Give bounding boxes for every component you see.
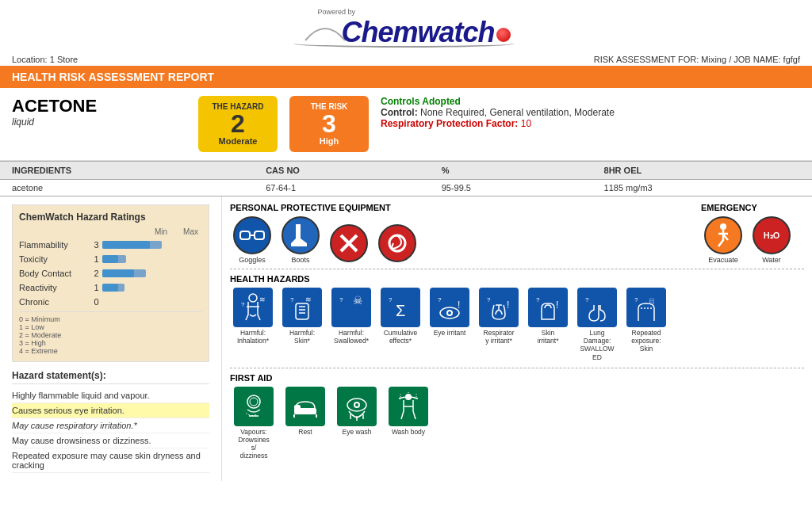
- ppe-swirl: [375, 224, 419, 264]
- fa-rest: Rest: [282, 387, 329, 460]
- header: Powered by Chemwatch Location: 1 Store R…: [0, 0, 812, 66]
- svg-point-22: [448, 311, 451, 315]
- hazard-statement-item: Repeated exposure may cause skin dryness…: [12, 448, 209, 473]
- repeated-icon: ? ⌸: [626, 288, 666, 327]
- hh-repeated-label: Repeatedexposure:Skin: [623, 329, 669, 353]
- emergency-icons: Evacuate H₂O Water: [701, 216, 804, 264]
- hazard-statement-item: Highly flammable liquid and vapour.: [12, 388, 209, 403]
- swallowed-icon: ? ☠: [331, 288, 371, 327]
- ingredient-oel: 1185 mg/m3: [592, 180, 812, 196]
- hazard-statement-item: Causes serious eye irritation.: [12, 403, 209, 418]
- hazard-statement-item: May cause respiratory irritation.*: [12, 418, 209, 433]
- col-ingredients: INGREDIENTS: [0, 162, 254, 180]
- evacuate-label: Evacuate: [701, 256, 745, 264]
- svg-text:?: ?: [241, 301, 245, 308]
- emergency-title: EMERGENCY: [701, 203, 804, 212]
- svg-text:Σ: Σ: [396, 302, 405, 319]
- controls-title: Controls Adopted: [381, 96, 800, 107]
- ingredient-name: acetone: [0, 180, 254, 196]
- svg-point-7: [389, 235, 405, 251]
- hh-skin-irritant-label: Skinirritant*: [525, 329, 571, 345]
- legend-item: 3 = High: [19, 339, 202, 347]
- svg-text:!: !: [556, 299, 558, 311]
- svg-line-3: [239, 234, 240, 235]
- eye-icon: ? !: [430, 288, 469, 327]
- svg-text:!: !: [458, 299, 460, 311]
- hazard-ratings-title: ChemWatch Hazard Ratings: [19, 212, 202, 223]
- legend-item: 1 = Low: [19, 323, 202, 331]
- col-percent: %: [430, 162, 592, 180]
- rating-label: Toxicity: [19, 254, 90, 264]
- hazard-number: 2: [210, 111, 266, 136]
- risk-desc: High: [301, 136, 357, 146]
- water-label: Water: [749, 256, 794, 264]
- rating-row: Body Contact 2: [19, 268, 202, 279]
- hazard-statement-item: May cause drowsiness or dizziness.: [12, 433, 209, 448]
- risk-assessment-info: RISK ASSESSMENT FOR: Mixing / JOB NAME: …: [594, 55, 800, 64]
- controls-block: Controls Adopted Control: None Required,…: [381, 96, 800, 129]
- cumulative-icon: ? Σ: [381, 288, 420, 327]
- rpf-detail: Respiratory Protection Factor: 10: [381, 118, 800, 129]
- water-icon-block: H₂O Water: [749, 216, 794, 264]
- goggles-icon: [233, 216, 271, 254]
- ppe-icons: Goggles Boots: [230, 216, 689, 264]
- health-hazards-title: HEALTH HAZARDS: [230, 274, 804, 284]
- svg-point-9: [249, 294, 257, 302]
- logo-text: Chemwatch: [341, 16, 494, 49]
- report-banner: HEALTH RISK ASSESSMENT REPORT: [0, 66, 812, 88]
- divider-1: [230, 269, 804, 269]
- ingredient-percent: 95-99.5: [430, 180, 592, 196]
- goggles-label: Goggles: [230, 256, 274, 264]
- water-icon: H₂O: [753, 216, 791, 254]
- ppe-no-smoking: [327, 224, 371, 264]
- location: Location: 1 Store: [12, 55, 78, 64]
- fa-eyewash: Eye wash: [333, 387, 381, 460]
- rating-row: Flammability 3: [19, 239, 202, 250]
- legend-box: 0 = Minimum1 = Low2 = Moderate3 = High4 …: [19, 311, 202, 355]
- legend-item: 4 = Extreme: [19, 347, 202, 355]
- first-aid-icons: Vapours:Drowsiness/dizziness Rest: [230, 387, 804, 460]
- washbody-icon: [389, 387, 428, 426]
- inhalation-icon: ? ≋: [233, 288, 273, 327]
- svg-rect-0: [240, 231, 250, 239]
- rating-label: Body Contact: [19, 269, 90, 278]
- rating-value: 0: [90, 297, 102, 307]
- col-oel: 8HR OEL: [592, 162, 812, 180]
- svg-text:?: ?: [339, 296, 343, 303]
- rating-bar-container: [102, 296, 202, 307]
- product-form: liquid: [12, 116, 186, 128]
- svg-text:≋: ≋: [259, 296, 266, 303]
- ppe-goggles: Goggles: [230, 216, 274, 264]
- health-hazards-icons: ? ≋ Harmful:Inhalation* ?: [230, 288, 804, 361]
- ppe-title: PERSONAL PROTECTIVE EQUIPMENT: [230, 203, 689, 212]
- rating-value: 2: [90, 269, 102, 278]
- ratings-header: Min Max: [19, 227, 202, 236]
- fa-washbody-label: Wash body: [385, 428, 432, 436]
- fa-vapours: Vapours:Drowsiness/dizziness: [230, 387, 278, 460]
- rating-value: 1: [90, 254, 102, 264]
- product-name: ACETONE: [12, 96, 186, 116]
- rating-bar-max: [102, 255, 126, 263]
- svg-text:?: ?: [438, 296, 442, 303]
- rating-bar-container: [102, 239, 202, 250]
- skin-icon: ? ≋: [282, 288, 322, 327]
- svg-point-32: [250, 398, 258, 406]
- fa-washbody: Wash body: [385, 387, 432, 460]
- svg-point-8: [720, 223, 726, 230]
- hh-cumulative-label: Cumulativeeffects*: [377, 329, 423, 345]
- product-section: ACETONE liquid THE HAZARD 2 Moderate THE…: [0, 88, 812, 161]
- svg-text:?: ?: [487, 296, 491, 303]
- first-aid-title: FIRST AID: [230, 373, 804, 383]
- risk-number: 3: [301, 111, 357, 136]
- hh-swallowed: ? ☠ Harmful:Swallowed*: [328, 288, 374, 361]
- first-aid-section: FIRST AID Vapours:Drowsiness/dizziness: [230, 373, 804, 460]
- col-cas: CAS NO: [254, 162, 430, 180]
- emergency-section: EMERGENCY Evacuate: [701, 203, 804, 264]
- hh-inhalation: ? ≋ Harmful:Inhalation*: [230, 288, 276, 361]
- hh-lung-label: LungDamage:SWALLOWED: [574, 329, 620, 361]
- rating-value: 1: [90, 283, 102, 292]
- health-hazards-section: HEALTH HAZARDS ? ≋: [230, 274, 804, 361]
- ppe-emergency-row: PERSONAL PROTECTIVE EQUIPMENT: [230, 203, 804, 264]
- rating-value: 3: [90, 240, 102, 250]
- no-smoking-icon: [330, 224, 368, 262]
